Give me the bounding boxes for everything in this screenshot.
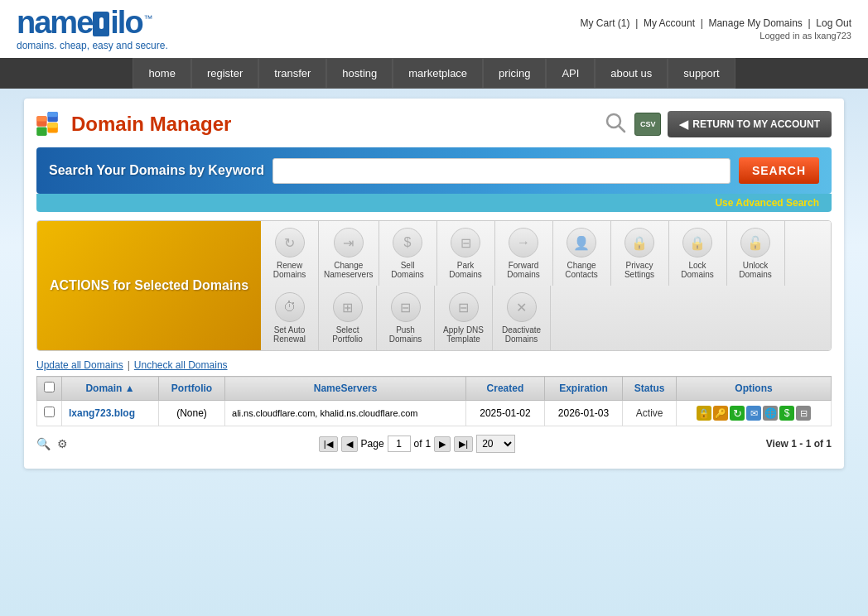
advanced-search-bar: Use Advanced Search xyxy=(36,194,832,212)
email-option-icon[interactable]: ✉ xyxy=(746,406,761,421)
row-checkbox[interactable] xyxy=(44,407,55,417)
renew-option-icon[interactable]: ↻ xyxy=(730,406,745,421)
action-lock-domains[interactable]: 🔒 LockDomains xyxy=(669,221,727,286)
footer-search-icon[interactable]: 🔍 xyxy=(36,437,51,450)
nav-support[interactable]: support xyxy=(668,58,735,89)
row-portfolio: (None) xyxy=(159,401,225,426)
per-page-select[interactable]: 20 50 100 xyxy=(476,435,515,453)
options-icons: 🔒 🔑 ↻ ✉ 🌐 $ ⊟ xyxy=(683,406,824,421)
footer-icons: 🔍 ⚙ xyxy=(36,437,68,450)
nav-about-us[interactable]: about us xyxy=(595,58,668,89)
dns-template-icon: ⊟ xyxy=(449,292,479,322)
action-deactivate-domains[interactable]: ✕ DeactivateDomains xyxy=(493,286,551,350)
select-all-col xyxy=(37,377,62,401)
status-badge: Active xyxy=(636,407,663,419)
manage-domains-link[interactable]: Manage My Domains xyxy=(708,17,802,29)
last-page-btn[interactable]: ▶| xyxy=(454,436,473,452)
return-to-account-button[interactable]: ◀ RETURN TO MY ACCOUNT xyxy=(668,111,832,137)
lock-icon: 🔒 xyxy=(682,228,712,257)
table-footer: 🔍 ⚙ |◀ ◀ Page 1 of 1 ▶ ▶| 20 50 100 View… xyxy=(36,431,832,456)
col-status[interactable]: Status xyxy=(623,377,677,401)
row-expiration: 2026-01-03 xyxy=(544,401,623,426)
col-nameservers[interactable]: NameServers xyxy=(225,377,466,401)
nav-pricing[interactable]: pricing xyxy=(483,58,546,89)
csv-icon[interactable]: CSV xyxy=(634,113,661,136)
nav-register[interactable]: register xyxy=(191,58,258,89)
logged-in-text: Logged in as lxang723 xyxy=(580,31,851,41)
first-page-btn[interactable]: |◀ xyxy=(319,436,338,452)
domain-manager-header: Domain Manager CSV ◀ RETURN TO MY ACCOUN… xyxy=(36,111,832,137)
lock-option-icon[interactable]: 🔒 xyxy=(697,406,711,421)
nav-transfer[interactable]: transfer xyxy=(258,58,326,89)
table-row: lxang723.blog (None) ali.ns.cloudflare.c… xyxy=(37,401,832,426)
update-all-link[interactable]: Update all Domains xyxy=(36,359,123,371)
page-input[interactable]: 1 xyxy=(388,436,411,452)
unlock-icon: 🔓 xyxy=(740,228,770,257)
col-portfolio[interactable]: Portfolio xyxy=(159,377,225,401)
action-unlock-domains[interactable]: 🔓 UnlockDomains xyxy=(727,221,785,286)
col-domain[interactable]: Domain ▲ xyxy=(62,377,159,401)
stack-option-icon[interactable]: ⊟ xyxy=(796,406,811,421)
search-glass-icon[interactable] xyxy=(605,112,628,137)
search-bar: Search Your Domains by Keyword SEARCH xyxy=(36,147,832,194)
footer-gear-icon[interactable]: ⚙ xyxy=(57,437,68,450)
sell-option-icon[interactable]: $ xyxy=(779,406,794,421)
row-options: 🔒 🔑 ↻ ✉ 🌐 $ ⊟ xyxy=(677,401,832,426)
view-count: View 1 - 1 of 1 xyxy=(766,438,832,450)
action-change-nameservers[interactable]: ⇥ ChangeNameservers xyxy=(319,221,379,286)
navbar: home register transfer hosting marketpla… xyxy=(0,58,868,89)
action-push-domains[interactable]: ⊟ PushDomains xyxy=(377,286,435,350)
auto-renew-icon: ⏱ xyxy=(275,292,305,322)
action-forward-domains[interactable]: → ForwardDomains xyxy=(495,221,553,286)
action-change-contacts[interactable]: 👤 ChangeContacts xyxy=(553,221,611,286)
action-park-domains[interactable]: ⊟ ParkDomains xyxy=(437,221,495,286)
search-button[interactable]: SEARCH xyxy=(739,157,819,184)
select-all-checkbox[interactable] xyxy=(44,382,55,392)
svg-line-8 xyxy=(619,126,624,132)
col-options: Options xyxy=(677,377,832,401)
cart-link[interactable]: My Cart (1) xyxy=(580,17,629,29)
globe-option-icon[interactable]: 🌐 xyxy=(763,406,778,421)
forward-icon: → xyxy=(509,228,538,257)
nav-home[interactable]: home xyxy=(133,58,191,89)
nav-api[interactable]: API xyxy=(546,58,595,89)
privacy-option-icon[interactable]: 🔑 xyxy=(713,406,728,421)
nav-hosting[interactable]: hosting xyxy=(326,58,393,89)
logo-tagline: domains. cheap, easy and secure. xyxy=(17,40,168,51)
prev-page-btn[interactable]: ◀ xyxy=(341,436,358,452)
advanced-search-link[interactable]: Use Advanced Search xyxy=(715,197,819,209)
logo-tm: ™ xyxy=(144,13,153,23)
row-domain: lxang723.blog xyxy=(62,401,159,426)
action-sell-domains[interactable]: $ SellDomains xyxy=(379,221,437,286)
col-created[interactable]: Created xyxy=(466,377,545,401)
action-select-portfolio[interactable]: ⊞ SelectPortfolio xyxy=(319,286,377,350)
uncheck-all-link[interactable]: Uncheck all Domains xyxy=(134,359,228,371)
change-ns-icon: ⇥ xyxy=(334,228,364,257)
action-privacy-settings[interactable]: 🔒 PrivacySettings xyxy=(611,221,669,286)
renew-icon: ↻ xyxy=(275,228,305,257)
park-icon: ⊟ xyxy=(451,228,480,257)
my-account-link[interactable]: My Account xyxy=(644,17,695,29)
actions-section: ACTIONS for Selected Domains ↻ RenewDoma… xyxy=(36,220,832,351)
search-input[interactable] xyxy=(272,158,731,184)
row-created: 2025-01-02 xyxy=(466,401,545,426)
action-set-auto-renewal[interactable]: ⏱ Set AutoRenewal xyxy=(261,286,319,350)
next-page-btn[interactable]: ▶ xyxy=(434,436,451,452)
portfolio-icon: ⊞ xyxy=(333,292,363,322)
logo-area: name ilo ™ domains. cheap, easy and secu… xyxy=(17,7,168,51)
privacy-icon: 🔒 xyxy=(624,228,654,257)
page-label: Page xyxy=(361,438,384,450)
action-apply-dns-template[interactable]: ⊟ Apply DNSTemplate xyxy=(435,286,493,350)
domain-table: Domain ▲ Portfolio NameServers Created E… xyxy=(36,376,832,426)
svg-rect-3 xyxy=(47,112,57,117)
action-renew-domains[interactable]: ↻ RenewDomains xyxy=(261,221,319,286)
logout-link[interactable]: Log Out xyxy=(816,17,851,29)
total-pages: 1 xyxy=(426,438,432,450)
domain-manager-title-area: Domain Manager xyxy=(36,112,231,137)
nav-marketplace[interactable]: marketplace xyxy=(393,58,483,89)
push-icon: ⊟ xyxy=(391,292,421,322)
domain-link[interactable]: lxang723.blog xyxy=(69,407,135,419)
domain-manager-title: Domain Manager xyxy=(71,113,231,136)
return-arrow-icon: ◀ xyxy=(679,118,688,131)
col-expiration[interactable]: Expiration xyxy=(544,377,623,401)
